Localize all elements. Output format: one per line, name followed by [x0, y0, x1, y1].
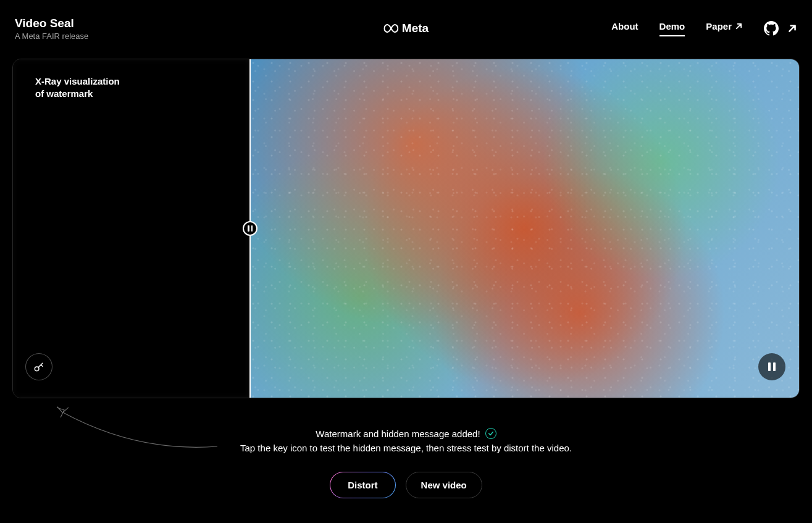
- action-buttons: Distort New video: [0, 472, 812, 498]
- status-line: Watermark and hidden message added!: [0, 428, 812, 439]
- nav-demo[interactable]: Demo: [659, 21, 685, 36]
- comparison-slider[interactable]: [249, 59, 251, 398]
- branding: Video Seal A Meta FAIR release: [15, 17, 88, 41]
- meta-infinity-icon: [383, 23, 398, 33]
- xray-panel: X-Ray visualization of watermark: [13, 59, 249, 398]
- status-text: Watermark and hidden message added!: [316, 429, 480, 439]
- video-panel: [249, 59, 799, 398]
- app-subtitle: A Meta FAIR release: [15, 31, 88, 41]
- key-icon: [33, 361, 45, 373]
- nav-paper[interactable]: Paper: [706, 21, 743, 36]
- external-link-icon: [735, 22, 743, 30]
- check-circle-icon: [485, 428, 496, 439]
- xray-label-line2: of watermark: [35, 88, 120, 100]
- xray-label-line1: X-Ray visualization: [35, 75, 120, 88]
- distort-button[interactable]: Distort: [330, 472, 395, 498]
- app-title: Video Seal: [15, 17, 88, 30]
- external-link-button[interactable]: [787, 23, 797, 33]
- xray-label: X-Ray visualization of watermark: [35, 75, 120, 99]
- instruction-text: Tap the key icon to test the hidden mess…: [0, 443, 812, 453]
- key-button[interactable]: [25, 353, 52, 380]
- github-link[interactable]: [764, 21, 779, 36]
- nav-about[interactable]: About: [611, 21, 638, 36]
- pause-button[interactable]: [758, 353, 785, 380]
- video-frame-texture: [249, 59, 799, 398]
- status-message-section: Watermark and hidden message added! Tap …: [0, 428, 812, 453]
- xray-texture: [13, 59, 249, 398]
- header: Video Seal A Meta FAIR release Meta Abou…: [0, 0, 812, 43]
- nav-paper-label: Paper: [706, 21, 732, 31]
- video-comparison-container: X-Ray visualization of watermark: [12, 59, 800, 398]
- meta-logo-text: Meta: [402, 22, 429, 35]
- nav-icons: [764, 21, 797, 36]
- main-nav: About Demo Paper: [611, 21, 797, 36]
- new-video-button[interactable]: New video: [406, 472, 482, 498]
- github-icon: [764, 21, 779, 36]
- meta-logo[interactable]: Meta: [383, 22, 429, 35]
- slider-handle-icon: [243, 221, 257, 236]
- external-link-icon: [787, 23, 797, 33]
